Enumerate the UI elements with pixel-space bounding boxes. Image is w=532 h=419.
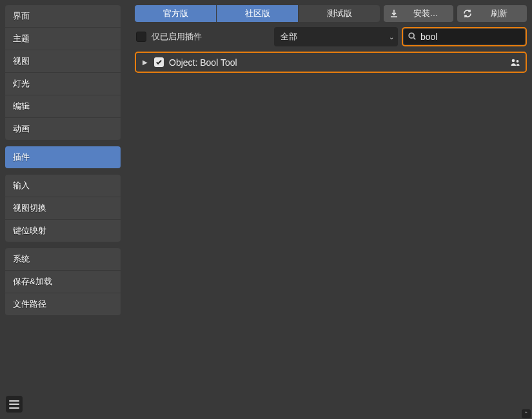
- refresh-button[interactable]: 刷新: [457, 5, 527, 22]
- search-icon: [408, 32, 417, 43]
- enabled-only-checkbox[interactable]: [136, 32, 146, 42]
- sidebar-item-interface[interactable]: 界面: [5, 5, 121, 28]
- refresh-icon: [462, 8, 473, 19]
- tab-official[interactable]: 官方版: [135, 5, 217, 22]
- download-icon: [389, 8, 399, 19]
- sidebar-item-filepaths[interactable]: 文件路径: [5, 293, 121, 315]
- sidebar: 界面 主题 视图 灯光 编辑 动画 插件 输入 视图切换 键位映射 系统 保存&…: [0, 0, 126, 419]
- addon-row[interactable]: ▶ Object: Bool Tool: [135, 52, 527, 73]
- sidebar-item-viewport[interactable]: 视图: [5, 50, 121, 73]
- install-label: 安装…: [403, 8, 448, 19]
- svg-point-0: [409, 33, 414, 38]
- sidebar-item-system[interactable]: 系统: [5, 248, 121, 271]
- sidebar-group: 系统 保存&加载 文件路径: [5, 248, 121, 315]
- svg-point-1: [512, 59, 515, 62]
- support-tabs: 官方版 社区版 测试版: [135, 5, 380, 22]
- addon-enable-checkbox[interactable]: [154, 57, 164, 67]
- sidebar-group: 界面 主题 视图 灯光 编辑 动画: [5, 5, 121, 140]
- menu-button[interactable]: [6, 396, 23, 413]
- sidebar-item-addons[interactable]: 插件: [5, 146, 121, 168]
- scroll-up-icon[interactable]: ⌃: [522, 409, 531, 418]
- sidebar-item-navigation[interactable]: 视图切换: [5, 197, 121, 220]
- sidebar-item-editing[interactable]: 编辑: [5, 95, 121, 118]
- sidebar-item-saveload[interactable]: 保存&加载: [5, 271, 121, 293]
- disclosure-icon[interactable]: ▶: [141, 59, 149, 66]
- filter-row: 仅已启用插件 全部 ⌄ ✕: [135, 27, 527, 46]
- community-icon: [510, 57, 520, 68]
- sidebar-item-animation[interactable]: 动画: [5, 118, 121, 140]
- search-input[interactable]: [420, 32, 532, 42]
- sidebar-item-keymap[interactable]: 键位映射: [5, 220, 121, 242]
- main-panel: 官方版 社区版 测试版 安装… 刷新 仅已启用插件: [126, 0, 532, 419]
- tab-testing[interactable]: 测试版: [299, 5, 380, 22]
- top-row: 官方版 社区版 测试版 安装… 刷新: [135, 5, 527, 22]
- enabled-only-label: 仅已启用插件: [152, 31, 202, 43]
- addon-list: ▶ Object: Bool Tool: [135, 52, 527, 73]
- sidebar-item-input[interactable]: 输入: [5, 175, 121, 197]
- search-wrap: ✕: [402, 27, 527, 46]
- sidebar-item-themes[interactable]: 主题: [5, 28, 121, 50]
- sidebar-group: 插件: [5, 146, 121, 168]
- category-value: 全部: [281, 31, 297, 43]
- sidebar-group: 输入 视图切换 键位映射: [5, 175, 121, 242]
- enabled-only-wrap: 仅已启用插件: [135, 27, 270, 46]
- refresh-label: 刷新: [477, 8, 522, 19]
- tab-community[interactable]: 社区版: [217, 5, 299, 22]
- chevron-down-icon: ⌄: [389, 34, 394, 41]
- svg-point-2: [517, 60, 519, 63]
- addon-name: Object: Bool Tool: [169, 57, 505, 68]
- sidebar-item-lights[interactable]: 灯光: [5, 73, 121, 95]
- category-dropdown[interactable]: 全部 ⌄: [274, 27, 398, 46]
- install-button[interactable]: 安装…: [384, 5, 453, 22]
